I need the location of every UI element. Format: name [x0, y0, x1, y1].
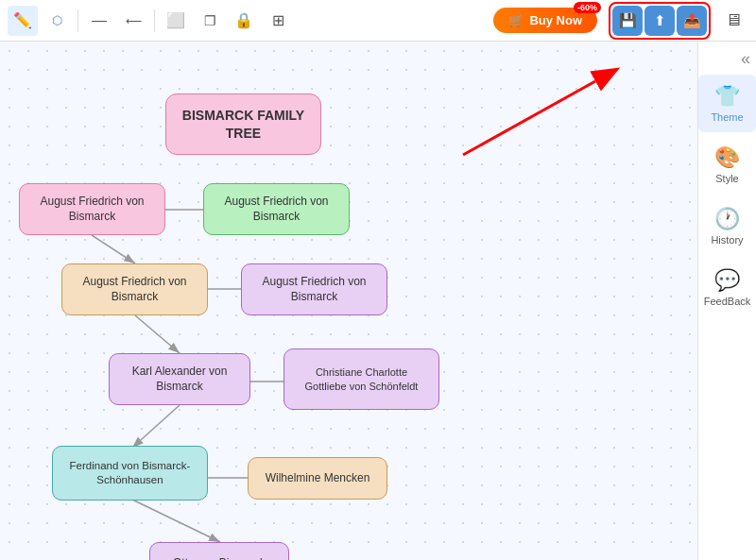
node-n1[interactable]: August Friedrich von Bismarck: [19, 183, 165, 235]
grid-tool-btn[interactable]: ⊞: [263, 6, 293, 36]
style-icon: 🎨: [714, 145, 740, 170]
history-icon: 🕐: [714, 207, 740, 231]
action-button-group: 💾 ⬆ 📤: [609, 2, 711, 40]
sidebar-collapse-button[interactable]: «: [698, 45, 756, 73]
node-n8[interactable]: Wilhelmine Mencken: [248, 457, 387, 500]
sidebar-theme-label: Theme: [711, 111, 743, 123]
title-node[interactable]: BISMARCK FAMILYTREE: [165, 93, 321, 155]
feedback-icon: 💬: [714, 268, 740, 293]
chevron-left-icon: «: [741, 49, 750, 69]
toolbar-separator-2: [154, 9, 155, 32]
node-n2[interactable]: August Friedrich von Bismarck: [203, 183, 350, 235]
pencil-tool-btn[interactable]: ✏️: [8, 6, 38, 36]
line2-tool-btn[interactable]: ⟵: [118, 6, 148, 36]
discount-badge: -60%: [574, 2, 601, 13]
svg-line-3: [132, 500, 220, 542]
node-n9[interactable]: Otto von Bismarck: [149, 542, 289, 560]
sidebar-item-history[interactable]: 🕐 History: [698, 197, 756, 255]
node-n5[interactable]: Karl Alexander von Bismarck: [109, 353, 250, 405]
sidebar-item-feedback[interactable]: 💬 FeedBack: [698, 259, 756, 316]
save-button[interactable]: 💾: [612, 6, 643, 36]
sidebar-feedback-label: FeedBack: [704, 296, 751, 307]
svg-line-1: [135, 315, 180, 353]
line1-tool-btn[interactable]: —: [84, 6, 114, 36]
buy-now-label: Buy Now: [529, 13, 582, 27]
sidebar-history-label: History: [711, 234, 743, 246]
diagram-canvas[interactable]: BISMARCK FAMILYTREE August Friedrich von…: [0, 42, 697, 560]
monitor-button[interactable]: 🖥: [718, 6, 748, 36]
node-n6[interactable]: Christiane Charlotte Gottliebe von Schön…: [284, 348, 439, 410]
share-button[interactable]: ⬆: [644, 6, 675, 36]
right-sidebar: « 👕 Theme 🎨 Style 🕐 History 💬 FeedBack: [697, 42, 756, 560]
sidebar-item-theme[interactable]: 👕 Theme: [698, 75, 756, 132]
svg-line-2: [132, 405, 180, 448]
sidebar-style-label: Style: [715, 173, 738, 184]
node-n7[interactable]: Ferdinand von Bismarck-Schönhausen: [52, 446, 208, 501]
buy-now-button[interactable]: 🛒 Buy Now -60%: [493, 8, 597, 33]
export-button[interactable]: 📤: [677, 6, 707, 36]
copy-tool-btn[interactable]: ❐: [195, 6, 225, 36]
toolbar: ✏️ ⬡ — ⟵ ⬜ ❐ 🔒 ⊞ 🛒 Buy Now -60% 💾 ⬆ 📤 🖥: [0, 0, 756, 42]
svg-line-0: [92, 235, 135, 263]
svg-line-10: [463, 81, 595, 155]
node-n3[interactable]: August Friedrich von Bismarck: [61, 263, 208, 315]
sidebar-item-style[interactable]: 🎨 Style: [698, 136, 756, 194]
node-n4[interactable]: August Friedrich von Bismarck: [241, 263, 387, 315]
toolbar-separator-1: [77, 9, 78, 32]
main-area: BISMARCK FAMILYTREE August Friedrich von…: [0, 42, 756, 560]
theme-icon: 👕: [714, 84, 740, 109]
select-tool-btn[interactable]: ⬜: [161, 6, 191, 36]
connect-tool-btn[interactable]: ⬡: [42, 6, 72, 36]
cart-icon: 🛒: [508, 13, 524, 27]
lock-tool-btn[interactable]: 🔒: [229, 6, 259, 36]
